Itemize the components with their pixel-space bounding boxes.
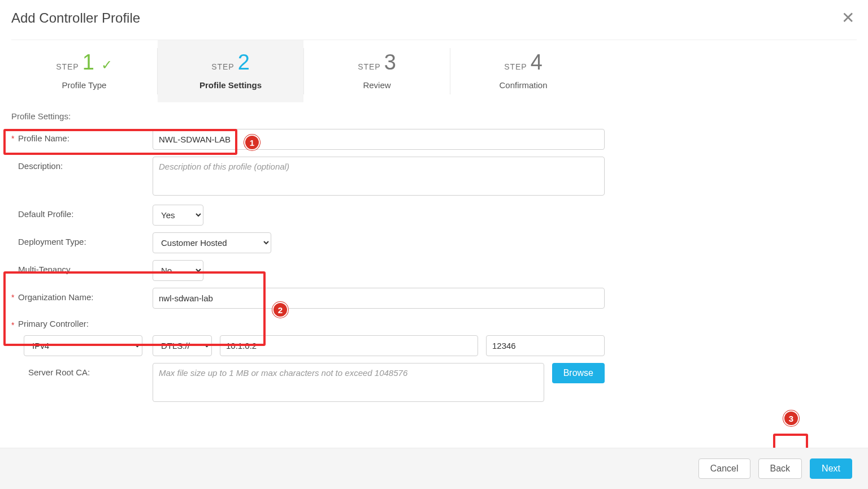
check-icon: ✓: [101, 57, 112, 73]
dialog-header: Add Controller Profile ✕: [0, 0, 868, 36]
section-heading: Profile Settings:: [11, 111, 857, 121]
close-icon[interactable]: ✕: [841, 10, 854, 26]
step-profile-settings[interactable]: STEP 2 Profile Settings: [158, 40, 303, 102]
row-description: Description:: [11, 157, 857, 198]
row-org-name: Organization Name:: [11, 288, 857, 309]
pc-ip-input[interactable]: [220, 335, 478, 356]
callout-2: 2: [272, 302, 288, 318]
back-button[interactable]: Back: [758, 458, 802, 479]
label-server-root-ca: Server Root CA:: [11, 363, 153, 377]
pc-port-input[interactable]: [486, 335, 605, 356]
label-org-name: Organization Name:: [11, 288, 153, 302]
step-profile-type[interactable]: STEP 1 ✓ Profile Type: [11, 40, 157, 102]
row-default-profile: Default Profile: Yes: [11, 205, 857, 226]
cancel-button[interactable]: Cancel: [698, 458, 750, 479]
row-profile-name: Profile Name:: [11, 129, 857, 150]
description-input[interactable]: [153, 157, 605, 196]
browse-button[interactable]: Browse: [552, 363, 605, 383]
default-profile-select[interactable]: Yes: [153, 205, 203, 226]
dialog-footer: Cancel Back Next: [0, 448, 868, 489]
deployment-type-select[interactable]: Customer Hosted: [153, 232, 271, 253]
label-default-profile: Default Profile:: [11, 205, 153, 219]
multi-tenancy-select[interactable]: No: [153, 260, 203, 281]
step-confirmation[interactable]: STEP 4 Confirmation: [450, 40, 596, 102]
page-title: Add Controller Profile: [11, 10, 140, 26]
label-primary-controller: Primary Controller:: [11, 315, 153, 328]
label-profile-name: Profile Name:: [11, 129, 153, 143]
pc-scheme-select[interactable]: DTLS://: [153, 335, 212, 356]
row-multi-tenancy: Multi-Tenancy No: [11, 260, 857, 281]
form-body: Profile Settings: Profile Name: Descript…: [0, 102, 868, 402]
profile-name-input[interactable]: [153, 129, 605, 150]
wizard-stepper: STEP 1 ✓ Profile Type STEP 2 Profile Set…: [11, 40, 857, 102]
row-deployment-type: Deployment Type: Customer Hosted: [11, 232, 857, 253]
pc-protocol-select[interactable]: IPv4: [24, 335, 142, 356]
row-primary-controller-fields: IPv4 DTLS://: [11, 335, 857, 356]
row-primary-controller-label: Primary Controller:: [11, 315, 857, 328]
callout-3: 3: [783, 410, 799, 426]
label-deployment-type: Deployment Type:: [11, 232, 153, 246]
server-root-ca-input[interactable]: [153, 363, 544, 402]
step-review[interactable]: STEP 3 Review: [304, 40, 450, 102]
label-multi-tenancy: Multi-Tenancy: [11, 260, 153, 274]
row-server-root-ca: Server Root CA: Browse: [11, 363, 857, 402]
next-button[interactable]: Next: [810, 458, 852, 479]
org-name-input[interactable]: [153, 288, 605, 309]
callout-1: 1: [244, 135, 260, 150]
label-description: Description:: [11, 157, 153, 171]
